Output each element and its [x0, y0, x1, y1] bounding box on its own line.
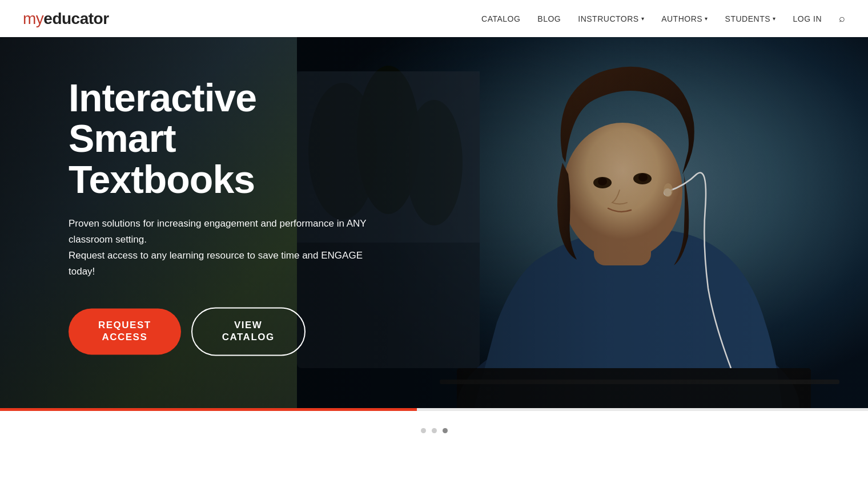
nav-catalog[interactable]: CATALOG	[481, 14, 520, 23]
slider-dot-1[interactable]	[421, 428, 426, 433]
request-access-button[interactable]: REQUEST ACCESS	[69, 309, 181, 355]
nav-links: CATALOG BLOG INSTRUCTORS ▾ AUTHORS ▾ STU…	[481, 13, 845, 25]
nav-login[interactable]: LOG IN	[793, 14, 822, 23]
students-dropdown-icon: ▾	[773, 15, 776, 22]
nav-instructors[interactable]: INSTRUCTORS ▾	[578, 14, 644, 23]
slider-dots	[0, 411, 868, 450]
hero-section: Interactive Smart Textbooks Proven solut…	[0, 37, 868, 408]
logo-educator: educator	[43, 10, 108, 27]
slider-dot-2[interactable]	[432, 428, 437, 433]
navbar: myeducator CATALOG BLOG INSTRUCTORS ▾ AU…	[0, 0, 868, 37]
search-icon[interactable]: ⌕	[839, 13, 845, 25]
slider-dot-3[interactable]	[443, 428, 448, 433]
site-logo[interactable]: myeducator	[23, 10, 109, 28]
hero-buttons: REQUEST ACCESS VIEW CATALOG	[69, 308, 371, 356]
hero-content: Interactive Smart Textbooks Proven solut…	[69, 78, 371, 356]
hero-title: Interactive Smart Textbooks	[69, 78, 371, 200]
instructors-dropdown-icon: ▾	[641, 15, 645, 22]
view-catalog-button[interactable]: VIEW CATALOG	[191, 308, 306, 356]
below-section	[0, 411, 868, 468]
nav-authors[interactable]: AUTHORS ▾	[661, 14, 708, 23]
slider-progress-fill	[0, 408, 417, 411]
nav-blog[interactable]: BLOG	[537, 14, 561, 23]
hero-subtitle: Proven solutions for increasing engageme…	[69, 216, 371, 280]
authors-dropdown-icon: ▾	[705, 15, 708, 22]
logo-my: my	[23, 10, 43, 27]
slider-progress-bar	[0, 408, 868, 411]
nav-students[interactable]: STUDENTS ▾	[725, 14, 776, 23]
